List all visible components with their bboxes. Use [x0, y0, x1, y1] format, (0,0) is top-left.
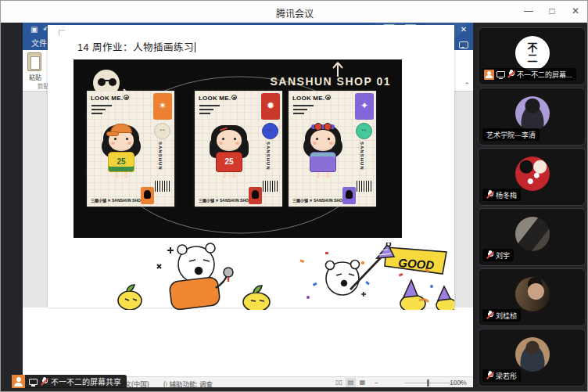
strip-color-box: ✹ — [261, 93, 280, 120]
poster-board-image[interactable]: SANSHUN SHOP 01 LOOK ME.✲ ✶ SANSHUN — [74, 59, 402, 238]
asterisk-icon: ✲ — [231, 95, 237, 100]
heading-text: 14 周作业：人物插画练习 — [77, 42, 194, 53]
document-heading[interactable]: 14 周作业：人物插画练习 — [77, 39, 195, 54]
collapse-ribbon-icon[interactable]: ⌃ — [464, 81, 470, 89]
mic-muted-icon — [486, 371, 493, 380]
poster-card-3: LOOK ME.✲ ✦ SANSHUN — [289, 91, 376, 207]
participant-nameplate: 艺术学院—李清 — [482, 128, 540, 141]
mic-muted-icon — [486, 250, 493, 260]
face — [217, 130, 242, 151]
avatar — [515, 277, 550, 311]
jersey-number: 25 — [224, 157, 233, 166]
comment-icon[interactable] — [459, 41, 468, 49]
avatar — [515, 217, 550, 251]
participant-nameplate: 刘桂桢 — [482, 309, 521, 322]
strip-vertical-text: SANSHUN — [360, 142, 364, 171]
zoom-out-button[interactable]: − — [375, 379, 378, 387]
barcode — [263, 181, 278, 192]
participant-nameplate: 杨冬梅 — [482, 189, 521, 201]
participant-name: 梁若彤 — [496, 371, 517, 381]
board-brand-title: SANSHUN SHOP 01 — [270, 75, 391, 88]
participant-name: 刘桂桢 — [496, 311, 517, 321]
strip-sticker — [262, 123, 278, 139]
poster-footer: 三顺小铺 ✕ SANSHUN SHOP — [292, 197, 345, 203]
meeting-minimize-button[interactable]: — — [517, 1, 540, 22]
participant-tile[interactable]: 艺术学院—李清 — [478, 88, 586, 146]
participant-tile[interactable]: 梁若彤 — [478, 329, 586, 387]
avatar — [515, 96, 550, 131]
mic-muted-icon — [507, 70, 514, 79]
participant-nameplate: 刘宇 — [482, 249, 514, 261]
character-swimmer-girl — [303, 120, 343, 182]
goggles — [311, 124, 335, 129]
margin-crop-mark — [59, 30, 65, 36]
participant-name: 刘宇 — [496, 250, 510, 261]
word-close-button[interactable]: ✕ — [454, 23, 473, 36]
document-page[interactable]: 14 周作业：人物插画练习 SANSHUN SHOP 01 — [48, 25, 454, 307]
document-canvas[interactable]: 14 周作业：人物插画练习 SANSHUN SHOP 01 — [23, 23, 473, 307]
poster-badge — [342, 187, 356, 204]
poster-header: LOOK ME.✲ — [199, 95, 237, 102]
poster-footer: 三顺小铺 ✕ SANSHUN SHOP — [199, 197, 251, 203]
poster-header: LOOK ME.✲ — [292, 95, 331, 102]
mic-muted-icon — [486, 311, 493, 320]
poster-side-strip: ✦ SANSHUN — [355, 93, 374, 192]
zoom-percentage[interactable]: 100% — [450, 379, 467, 387]
screen-share-icon — [497, 71, 505, 77]
legs — [115, 172, 118, 178]
good-flag-text: GOOD — [398, 256, 435, 272]
read-mode-view-icon[interactable]: ▯▯ — [334, 378, 344, 387]
poster-badge — [141, 187, 154, 204]
screen-share-indicator[interactable]: 不一不二的屏幕共享 — [12, 375, 127, 388]
text-cursor — [195, 42, 195, 52]
tencent-meeting-window: 腾讯会议 — □ ✕ ▣ ↶ ↻ ▾ 14周作业 - Word 郑军 — ❐ ✕… — [0, 0, 588, 392]
character-soccer-girl: 25 — [101, 120, 142, 182]
participant-name: 艺术学院—李清 — [486, 130, 536, 140]
asterisk-icon: ✲ — [124, 95, 129, 100]
participant-tile[interactable]: 刘宇 — [478, 208, 586, 266]
participant-tile[interactable]: 杨冬梅 — [478, 148, 586, 206]
character-basketball-girl: 25 — [209, 120, 249, 182]
avatar — [515, 337, 550, 372]
legs — [223, 172, 226, 178]
participant-tile[interactable]: 刘桂桢 — [478, 268, 586, 326]
mic-muted-icon — [486, 190, 493, 200]
strip-color-box: ✶ — [153, 93, 172, 120]
screen-share-icon — [29, 379, 38, 385]
word-window: ▣ ↶ ↻ ▾ 14周作业 - Word 郑军 — ❐ ✕ 文件 开始 插入 设… — [23, 23, 473, 387]
poster-side-strip: ✶ SANSHUN — [153, 93, 172, 192]
poster-badge — [249, 187, 262, 204]
zoom-slider-handle[interactable] — [427, 379, 429, 387]
accessibility-status[interactable]: (⟊ 辅助功能: 调查 — [163, 379, 213, 389]
presenter-icon — [12, 375, 25, 388]
strip-vertical-text: SANSHUN — [266, 142, 271, 171]
meeting-close-button[interactable]: ✕ — [564, 1, 587, 22]
poster-card-2: LOOK ME.✲ ✹ SANSHUN 25 — [195, 91, 282, 207]
barcode — [357, 181, 372, 192]
zoom-slider-track[interactable] — [404, 383, 456, 383]
mic-muted-icon — [41, 377, 48, 387]
celebration-cartoon-image: GOOD — [52, 243, 454, 307]
barcode — [155, 181, 170, 192]
strip-sticker — [356, 123, 372, 139]
poster-header: LOOK ME.✲ — [91, 95, 129, 102]
save-icon[interactable]: ▣ — [30, 24, 38, 35]
meeting-title: 腾讯会议 — [1, 6, 588, 20]
participant-tile-sharing[interactable]: 不二 不一不二的屏幕... — [478, 27, 586, 85]
paste-icon[interactable] — [27, 52, 41, 71]
paste-button[interactable]: 粘贴 — [23, 73, 48, 81]
share-label: 不一不二的屏幕共享 — [51, 376, 121, 387]
jersey-number: 25 — [117, 157, 125, 166]
asterisk-icon: ✲ — [325, 95, 331, 100]
face — [310, 130, 335, 151]
presenter-icon — [484, 70, 494, 80]
participant-nameplate: 不一不二的屏幕... — [482, 68, 576, 81]
participant-nameplate: 梁若彤 — [482, 369, 521, 382]
participant-name: 杨冬梅 — [496, 190, 517, 200]
meeting-maximize-button[interactable]: □ — [540, 1, 564, 22]
avatar — [515, 156, 550, 191]
web-layout-view-icon[interactable]: ▦ — [357, 378, 368, 387]
share-pill-body: 不一不二的屏幕共享 — [25, 375, 127, 388]
print-layout-view-icon[interactable]: ▤ — [346, 378, 356, 387]
swimsuit — [310, 152, 336, 172]
